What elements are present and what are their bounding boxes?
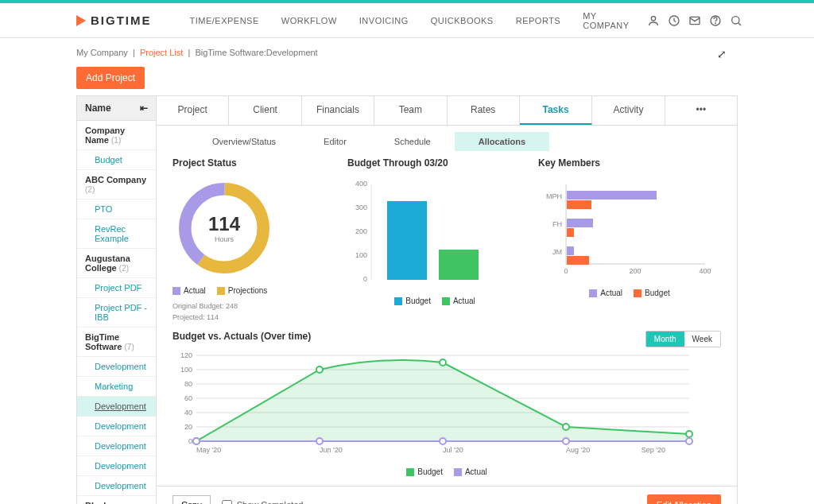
svg-text:100: 100 [355,251,367,259]
svg-text:120: 120 [180,351,192,359]
sidebar: Name ⇤ Company Name (1)BudgetABC Company… [77,96,157,504]
legend-budget: Budget [405,297,431,305]
svg-point-53 [686,431,692,437]
tab-financials[interactable]: Financials [302,96,374,125]
sidebar-item[interactable]: Marketing [77,377,156,397]
svg-text:0: 0 [564,267,568,275]
subtab-allocations[interactable]: Allocations [455,132,549,151]
show-completed-label: Show Completed [237,500,304,504]
tab-project[interactable]: Project [157,96,229,125]
breadcrumb: My Company | Project List | BigTime Soft… [0,38,814,64]
nav-quickbooks[interactable]: QUICKBOOKS [420,3,505,38]
svg-text:MPH: MPH [546,192,562,200]
svg-text:Aug '20: Aug '20 [566,446,590,454]
sidebar-item[interactable]: PTO [77,200,156,219]
project-status-title: Project Status [172,157,331,169]
nav-reports[interactable]: REPORTS [505,3,572,38]
svg-text:200: 200 [629,267,641,275]
sidebar-item[interactable]: RevRec Example [77,219,156,249]
key-members-title: Key Members [538,157,721,169]
svg-text:40: 40 [184,409,192,417]
svg-text:0: 0 [363,275,367,283]
budget-bar-chart: 400 300 200 100 0 [347,176,506,288]
project-status-panel: Project Status 114 Hours Actual Projecti… [172,157,331,323]
sidebar-item[interactable]: Development [77,436,156,456]
sidebar-group[interactable]: Company Name (1) [77,121,156,150]
svg-point-57 [440,438,446,444]
crumb-projectlist[interactable]: Project List [140,48,183,57]
show-completed-checkbox[interactable]: Show Completed [222,500,304,505]
sidebar-group[interactable]: Black Diamond (1) [77,496,156,504]
svg-point-58 [563,438,569,444]
nav-timeexpense[interactable]: TIME/EXPENSE [179,3,270,38]
nav-workflow[interactable]: WORKFLOW [270,3,348,38]
toggle-month[interactable]: Month [646,331,684,347]
svg-rect-14 [387,201,427,280]
mail-icon[interactable] [688,14,701,27]
budget-through-panel: Budget Through 03/20 400 300 200 100 0 B… [347,157,522,323]
nav-mycompany[interactable]: MY COMPANY [572,3,640,38]
svg-text:200: 200 [355,227,367,235]
sidebar-item[interactable]: Development [77,417,156,436]
sidebar-item[interactable]: Development [77,476,156,496]
footer-bar: Copy Show Completed Edit Allocation [157,486,737,504]
svg-point-55 [193,438,200,444]
sidebar-item[interactable]: Development [77,357,156,377]
subtab-schedule[interactable]: Schedule [370,132,455,151]
sidebar-group[interactable]: BigTime Software (7) [77,328,156,357]
overtime-chart: 120100 8060 4020 0 May '20 Jun '20 Jul '… [172,347,697,459]
sidebar-group[interactable]: ABC Company (2) [77,170,156,200]
svg-rect-28 [567,246,574,255]
user-icon[interactable] [647,14,660,27]
svg-text:Jun '20: Jun '20 [320,446,343,454]
key-members-panel: Key Members MPH FH JM 0 200 400 [538,157,721,323]
overtime-title: Budget vs. Actuals (Over time) [172,331,721,342]
sidebar-item[interactable]: Project PDF [77,278,156,298]
add-project-button[interactable]: Add Project [76,67,145,89]
svg-text:Jul '20: Jul '20 [443,446,463,454]
search-icon[interactable] [730,14,742,27]
donut-unit: Hours [208,235,240,243]
tab-rates[interactable]: Rates [448,96,520,125]
crumb-current: BigTime Software:Development [195,48,317,57]
subtab-overviewstatus[interactable]: Overview/Status [188,132,300,151]
tab-client[interactable]: Client [229,96,301,125]
svg-text:FH: FH [552,220,562,228]
donut-value: 114 [208,213,240,235]
sidebar-group[interactable]: Augustana College (2) [77,249,156,278]
svg-text:400: 400 [355,180,367,188]
toggle-week[interactable]: Week [684,331,720,347]
subtabs: Overview/StatusEditorScheduleAllocations [157,126,737,157]
copy-button[interactable]: Copy [172,495,211,504]
crumb-mycompany[interactable]: My Company [76,48,128,57]
subtab-editor[interactable]: Editor [300,132,370,151]
sidebar-item[interactable]: Development [77,397,156,417]
tab-team[interactable]: Team [374,96,447,125]
svg-text:20: 20 [184,423,192,431]
expand-icon[interactable]: ⤢ [717,48,727,60]
clock-icon[interactable] [668,14,680,27]
collapse-icon[interactable]: ⇤ [140,103,148,114]
logo-icon [76,15,86,26]
tab-[interactable]: ••• [665,96,737,125]
tab-tasks[interactable]: Tasks [520,96,592,125]
show-completed-input[interactable] [222,500,232,505]
help-icon[interactable] [709,14,722,27]
edit-allocation-button[interactable]: Edit Allocation [647,494,721,504]
logo[interactable]: BIGTIME [76,14,152,27]
svg-text:300: 300 [355,204,367,211]
svg-text:100: 100 [180,366,192,374]
tab-activity[interactable]: Activity [592,96,665,125]
svg-text:May '20: May '20 [196,446,221,454]
svg-point-51 [440,359,446,366]
svg-rect-15 [439,250,479,280]
sidebar-item[interactable]: Development [77,456,156,476]
key-members-chart: MPH FH JM 0 200 400 [538,176,713,280]
sidebar-item[interactable]: Budget [77,150,156,170]
svg-text:400: 400 [699,267,711,275]
sidebar-item[interactable]: Project PDF - IBB [77,298,156,328]
sidebar-header: Name ⇤ [77,96,156,121]
tabs: ProjectClientFinancialsTeamRatesTasksAct… [157,96,737,126]
nav-invoicing[interactable]: INVOICING [348,3,420,38]
svg-text:0: 0 [188,437,192,445]
